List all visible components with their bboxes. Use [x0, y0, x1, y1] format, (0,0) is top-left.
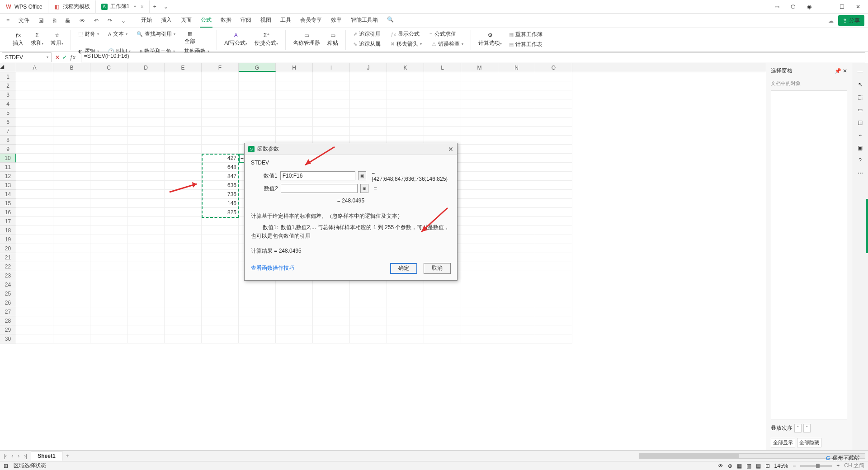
- cell[interactable]: [387, 334, 424, 343]
- pin-icon[interactable]: 📌: [835, 68, 841, 74]
- cell[interactable]: [276, 316, 313, 325]
- recalc-wb-button[interactable]: ▦ 重算工作簿: [506, 30, 545, 39]
- cell[interactable]: [535, 199, 572, 208]
- cell[interactable]: [16, 334, 53, 343]
- dialog-titlebar[interactable]: S 函数参数 ✕: [245, 143, 457, 155]
- cell[interactable]: [498, 262, 535, 271]
- cell[interactable]: [535, 127, 572, 136]
- next-sheet-icon[interactable]: ›: [17, 453, 20, 459]
- cell[interactable]: [90, 190, 127, 199]
- cell[interactable]: [535, 145, 572, 154]
- row-header[interactable]: 12: [0, 172, 16, 181]
- cell[interactable]: [387, 90, 424, 99]
- cell[interactable]: [90, 145, 127, 154]
- cell[interactable]: [127, 127, 165, 136]
- maximize-icon[interactable]: ☐: [836, 4, 847, 10]
- cell[interactable]: [165, 136, 202, 145]
- cell[interactable]: [16, 253, 53, 262]
- cell[interactable]: [16, 325, 53, 334]
- cell[interactable]: [276, 99, 313, 108]
- cell[interactable]: [387, 280, 424, 289]
- row-header[interactable]: 8: [0, 136, 16, 145]
- cell[interactable]: [387, 81, 424, 90]
- cell[interactable]: [16, 136, 53, 145]
- finance-button[interactable]: ⬚ 财务▾: [75, 30, 102, 39]
- cell[interactable]: [16, 316, 53, 325]
- cell[interactable]: [53, 136, 90, 145]
- cell[interactable]: [424, 316, 461, 325]
- cell[interactable]: [276, 334, 313, 343]
- more-icon[interactable]: ⋯: [858, 170, 863, 176]
- cell[interactable]: [202, 81, 239, 90]
- cell[interactable]: [90, 253, 127, 262]
- cell[interactable]: [498, 253, 535, 262]
- cell[interactable]: [53, 108, 90, 118]
- cell[interactable]: [202, 280, 239, 289]
- cell[interactable]: [53, 181, 90, 190]
- cell[interactable]: [16, 81, 53, 90]
- grid-icon[interactable]: ⊞: [4, 463, 8, 469]
- row-header[interactable]: 2: [0, 81, 16, 90]
- cell[interactable]: [16, 280, 53, 289]
- tab-menu-button[interactable]: ⌄: [160, 4, 172, 10]
- cell[interactable]: [461, 190, 498, 199]
- cell[interactable]: [53, 316, 90, 325]
- cell[interactable]: [16, 163, 53, 172]
- showfx-button[interactable]: ƒx 显示公式: [388, 30, 422, 39]
- cell[interactable]: [53, 118, 90, 127]
- cell[interactable]: [127, 316, 165, 325]
- cell[interactable]: [350, 127, 387, 136]
- cell[interactable]: [16, 99, 53, 108]
- cell[interactable]: [165, 190, 202, 199]
- col-header[interactable]: D: [127, 63, 165, 72]
- cell[interactable]: [276, 289, 313, 298]
- cell[interactable]: [498, 316, 535, 325]
- cell[interactable]: [498, 280, 535, 289]
- cell[interactable]: [461, 244, 498, 253]
- cell[interactable]: [387, 289, 424, 298]
- cell[interactable]: [16, 262, 53, 271]
- cell[interactable]: [350, 316, 387, 325]
- cell[interactable]: 825: [202, 208, 239, 217]
- cell[interactable]: [165, 145, 202, 154]
- cell[interactable]: [461, 199, 498, 208]
- cell[interactable]: [535, 298, 572, 307]
- cell[interactable]: [535, 334, 572, 343]
- tab-workbook[interactable]: S工作簿1•×: [96, 0, 150, 13]
- cell[interactable]: [498, 118, 535, 127]
- cell[interactable]: [535, 190, 572, 199]
- cell[interactable]: [165, 334, 202, 343]
- cell[interactable]: [165, 307, 202, 316]
- minimize-icon[interactable]: —: [820, 4, 831, 10]
- eye-icon[interactable]: 👁: [718, 463, 723, 469]
- all-button[interactable]: ▦全部: [182, 30, 198, 46]
- cell[interactable]: [498, 145, 535, 154]
- cell[interactable]: [498, 72, 535, 81]
- cell[interactable]: [53, 154, 90, 163]
- cell[interactable]: [387, 316, 424, 325]
- cell[interactable]: [90, 72, 127, 81]
- cell[interactable]: [535, 226, 572, 235]
- cell[interactable]: [165, 99, 202, 108]
- close-icon[interactable]: ✕: [853, 4, 863, 10]
- cell[interactable]: [202, 316, 239, 325]
- sheet-tab[interactable]: Sheet1: [31, 451, 62, 461]
- header-icon-1[interactable]: ▭: [771, 4, 782, 10]
- cell[interactable]: [498, 226, 535, 235]
- row-header[interactable]: 1: [0, 72, 16, 81]
- cell[interactable]: 736: [202, 190, 239, 199]
- cell[interactable]: [498, 181, 535, 190]
- cell[interactable]: [127, 217, 165, 226]
- cell[interactable]: [276, 298, 313, 307]
- cell[interactable]: [350, 90, 387, 99]
- cell[interactable]: [276, 108, 313, 118]
- cell[interactable]: [313, 280, 350, 289]
- cell[interactable]: 427: [202, 154, 239, 163]
- cell[interactable]: [276, 325, 313, 334]
- cell[interactable]: [202, 307, 239, 316]
- cell[interactable]: [53, 163, 90, 172]
- cell[interactable]: [424, 127, 461, 136]
- cell[interactable]: [202, 334, 239, 343]
- cell[interactable]: [239, 118, 276, 127]
- cell[interactable]: [53, 289, 90, 298]
